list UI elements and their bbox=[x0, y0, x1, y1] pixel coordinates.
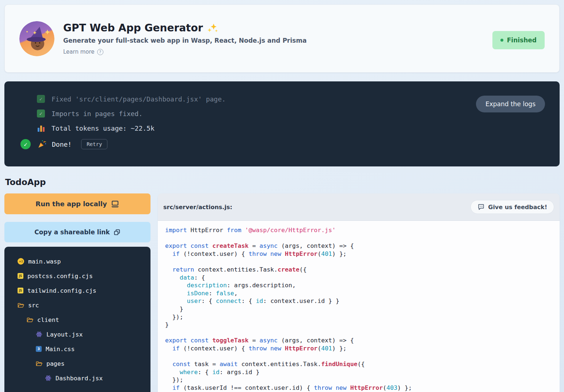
app-columns: Run the app locally Copy a shareable lin… bbox=[4, 193, 560, 392]
file-tree-item-src[interactable]: src bbox=[4, 298, 150, 312]
file-tree-item-postcss.config.cjs[interactable]: JSpostcss.config.cjs bbox=[4, 269, 150, 283]
speech-bubble-icon bbox=[477, 203, 485, 211]
wasp-icon: =) bbox=[18, 258, 24, 265]
code-line: where: { id: args.id } bbox=[165, 368, 552, 376]
code-line bbox=[165, 329, 552, 337]
expand-logs-button[interactable]: Expand the logs bbox=[476, 96, 545, 112]
code-line: export const toggleTask = async (args, c… bbox=[165, 337, 552, 345]
code-line: }); bbox=[165, 376, 552, 384]
css-icon: 3 bbox=[36, 346, 42, 352]
copy-icon bbox=[114, 229, 121, 236]
file-name: client bbox=[37, 316, 59, 323]
learn-more-label: Learn more bbox=[63, 49, 95, 55]
status-label: Finished bbox=[507, 36, 537, 44]
log-line: ✓Imports in pages fixed. bbox=[37, 106, 545, 121]
code-line: if (!context.user) { throw new HttpError… bbox=[165, 345, 552, 353]
file-name: Dashboard.jsx bbox=[56, 375, 103, 382]
folder-icon bbox=[18, 302, 24, 308]
laptop-icon bbox=[111, 200, 119, 208]
code-line: user: { connect: { id: context.user.id }… bbox=[165, 297, 552, 305]
code-line: }); bbox=[165, 313, 552, 321]
react-icon bbox=[45, 375, 52, 381]
check-icon: ✓ bbox=[37, 109, 45, 118]
code-line: if (task.userId !== context.user.id) { t… bbox=[165, 384, 552, 392]
feedback-label: Give us feedback! bbox=[488, 204, 547, 211]
done-row: ✓ Done! Retry bbox=[20, 138, 545, 151]
status-badge: Finished bbox=[492, 31, 545, 49]
status-dot-icon bbox=[500, 39, 503, 42]
log-text: Fixed 'src/client/pages/Dashboard.jsx' p… bbox=[52, 95, 226, 103]
help-circle-icon: ? bbox=[97, 49, 103, 55]
code-line: description: args.description, bbox=[165, 281, 552, 289]
file-tree-item-client[interactable]: client bbox=[4, 312, 150, 327]
file-tree-item-Dashboard.jsx[interactable]: Dashboard.jsx bbox=[4, 371, 150, 385]
react-icon bbox=[36, 331, 42, 338]
file-tree-item-main.wasp[interactable]: =)main.wasp bbox=[4, 254, 150, 269]
page-title: GPT Web App Generator bbox=[63, 22, 306, 34]
file-tree-item-Main.css[interactable]: 3Main.css bbox=[4, 342, 150, 356]
copy-share-link-button[interactable]: Copy a shareable link bbox=[4, 222, 150, 242]
log-text: Imports in pages fixed. bbox=[52, 110, 142, 118]
file-name: tailwind.config.cjs bbox=[27, 287, 96, 294]
page-title-text: GPT Web App Generator bbox=[63, 22, 203, 34]
success-check-icon: ✓ bbox=[20, 139, 31, 149]
log-text: Total tokens usage: ~22.5k bbox=[52, 124, 155, 132]
code-line bbox=[165, 353, 552, 361]
code-line: } bbox=[165, 321, 552, 329]
code-line: return context.entities.Task.create({ bbox=[165, 266, 552, 274]
retry-button[interactable]: Retry bbox=[81, 139, 107, 149]
log-lines: ✓Fixed 'src/client/pages/Dashboard.jsx' … bbox=[20, 92, 545, 135]
log-line: ✓Fixed 'src/client/pages/Dashboard.jsx' … bbox=[37, 92, 545, 106]
code-file-label: src/server/actions.js: bbox=[163, 204, 232, 211]
file-name: Main.css bbox=[46, 346, 75, 353]
code-viewer: import HttpError from '@wasp/core/HttpEr… bbox=[158, 221, 560, 392]
file-name: Layout.jsx bbox=[46, 331, 83, 338]
code-line: import HttpError from '@wasp/core/HttpEr… bbox=[165, 226, 552, 234]
app-name: TodoApp bbox=[5, 177, 560, 187]
js-config-icon: JS bbox=[18, 273, 23, 279]
code-line: } bbox=[165, 305, 552, 313]
file-tree-item-Layout.jsx[interactable]: Layout.jsx bbox=[4, 327, 150, 342]
code-panel: src/server/actions.js: Give us feedback!… bbox=[158, 193, 560, 392]
file-tree-item-pages[interactable]: pages bbox=[4, 356, 150, 371]
sparkles-icon bbox=[207, 23, 218, 33]
feedback-button[interactable]: Give us feedback! bbox=[470, 200, 554, 214]
left-sidebar: Run the app locally Copy a shareable lin… bbox=[4, 193, 150, 392]
check-icon: ✓ bbox=[37, 95, 45, 103]
file-name: src bbox=[28, 302, 39, 309]
code-line: isDone: false, bbox=[165, 289, 552, 297]
party-popper-icon bbox=[37, 139, 47, 149]
code-line: const task = await context.entities.Task… bbox=[165, 360, 552, 368]
log-panel: ✓Fixed 'src/client/pages/Dashboard.jsx' … bbox=[4, 81, 560, 166]
bar-chart-icon bbox=[37, 124, 45, 132]
file-tree-panel: =)main.waspJSpostcss.config.cjsJStailwin… bbox=[4, 247, 150, 392]
run-app-label: Run the app locally bbox=[35, 200, 107, 208]
file-name: pages bbox=[46, 360, 65, 367]
done-text: Done! bbox=[52, 141, 72, 148]
log-line: Total tokens usage: ~22.5k bbox=[37, 121, 545, 135]
file-name: main.wasp bbox=[28, 258, 61, 265]
learn-more-link[interactable]: Learn more ? bbox=[63, 49, 103, 55]
folder-icon bbox=[27, 316, 33, 323]
run-app-button[interactable]: Run the app locally bbox=[4, 193, 150, 214]
folder-icon bbox=[36, 360, 42, 367]
file-name: postcss.config.cjs bbox=[27, 273, 93, 280]
code-header: src/server/actions.js: Give us feedback! bbox=[158, 193, 560, 221]
code-line: data: { bbox=[165, 274, 552, 282]
copy-share-link-label: Copy a shareable link bbox=[34, 228, 110, 236]
page: GPT Web App Generator Generate your full… bbox=[0, 0, 564, 392]
file-tree-item-tailwind.config.cjs[interactable]: JStailwind.config.cjs bbox=[4, 283, 150, 298]
header-text: GPT Web App Generator Generate your full… bbox=[63, 22, 306, 55]
wizard-avatar bbox=[19, 21, 54, 56]
page-subtitle: Generate your full-stack web app in Wasp… bbox=[63, 37, 306, 44]
code-line bbox=[165, 258, 552, 266]
code-line: if (!context.user) { throw new HttpError… bbox=[165, 250, 552, 258]
code-line: export const createTask = async (args, c… bbox=[165, 242, 552, 250]
code-line bbox=[165, 234, 552, 242]
header-card: GPT Web App Generator Generate your full… bbox=[4, 4, 560, 73]
js-config-icon: JS bbox=[18, 288, 23, 293]
